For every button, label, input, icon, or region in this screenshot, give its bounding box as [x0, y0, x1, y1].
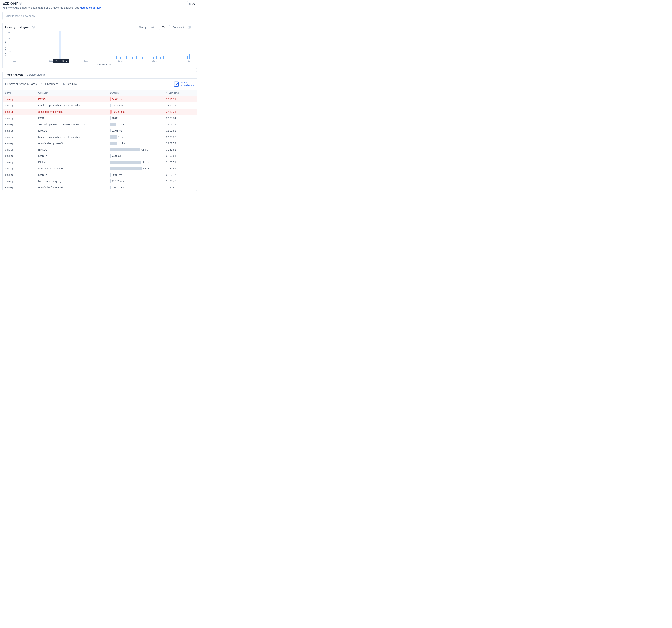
histogram-plot[interactable]	[12, 31, 195, 59]
histogram-bar[interactable]	[116, 56, 117, 58]
cell-duration: 5.17 s	[110, 167, 166, 170]
x-tick-label: 1ms	[84, 60, 88, 62]
page-subtitle: You're viewing 1-hour of span data. For …	[2, 6, 101, 9]
duration-text: 1.17 s	[117, 136, 125, 139]
duration-text: 1.04 s	[116, 123, 124, 126]
histogram-bar[interactable]	[163, 56, 164, 58]
cell-start-time: 02:10:31	[166, 98, 190, 101]
document-icon	[189, 3, 191, 5]
duration-text: 20.08 ms	[111, 173, 122, 176]
cell-service: ems-api	[5, 173, 38, 176]
col-service[interactable]: Service	[5, 92, 38, 94]
cell-duration: 260.67 ms	[110, 110, 166, 114]
table-row[interactable]: ems-apiDb lock5.14 s01:39:51	[3, 159, 197, 165]
show-correlations-link[interactable]: Show Correlations	[173, 81, 194, 88]
histogram-tooltip: 220µs - 239µs	[53, 59, 69, 63]
table-row[interactable]: ems-apiSecond operation of business tran…	[3, 121, 197, 128]
notebooks-link[interactable]: Notebooks	[80, 6, 93, 9]
col-start-time[interactable]: Start Time	[166, 92, 190, 94]
histogram-bar[interactable]	[137, 56, 137, 58]
cell-duration: 7.69 ms	[110, 154, 166, 158]
cell-service: ems-api	[5, 129, 38, 132]
checkbox-icon	[5, 83, 8, 86]
duration-text: 5.14 s	[141, 161, 149, 164]
page-title: Explorer i	[2, 1, 22, 6]
duration-text: 5.17 s	[142, 167, 150, 170]
cell-start-time: 01:20:46	[166, 186, 190, 189]
cell-service: ems-api	[5, 167, 38, 170]
cell-service: ems-api	[5, 117, 38, 120]
histogram-bar[interactable]	[126, 56, 127, 58]
table-row[interactable]: ems-apiEMSDb31.01 ms02:03:53	[3, 128, 197, 134]
table-row[interactable]: ems-apiEMSDb13.80 ms02:03:54	[3, 115, 197, 121]
cell-operation: /ems/add-employee/5	[38, 111, 110, 113]
cell-duration: 177.02 ms	[110, 104, 166, 107]
table-row[interactable]: ems-api/ems/payroll/remove/15.17 s01:39:…	[3, 165, 197, 172]
cell-operation: Second operation of business transaction	[38, 123, 110, 126]
cell-start-time: 02:10:31	[166, 104, 190, 107]
gift-icon: ⊞	[93, 7, 95, 9]
table-row[interactable]: ems-apiEMSDb4.88 s01:39:51	[3, 146, 197, 153]
tab-trace-analysis[interactable]: Trace Analysis	[5, 73, 23, 78]
table-row[interactable]: ems-apiNon optimized query116.91 ms01:20…	[3, 178, 197, 184]
table-row[interactable]: ems-api/ems/add-employee/51.17 s02:03:53	[3, 140, 197, 146]
cell-start-time: 02:10:31	[166, 111, 190, 113]
svg-rect-1	[6, 83, 7, 85]
histogram-bar[interactable]	[142, 57, 143, 58]
cell-start-time: 02:03:53	[166, 136, 190, 139]
duration-text: 177.02 ms	[111, 104, 124, 107]
cell-start-time: 01:39:51	[166, 154, 190, 158]
table-row[interactable]: ems-apiMultiple ops in a business transa…	[3, 102, 197, 109]
cell-operation: EMSDb	[38, 154, 110, 158]
show-all-label: Show all Spans in Traces	[9, 82, 37, 86]
cell-operation: EMSDb	[38, 173, 110, 176]
col-operation[interactable]: Operation	[38, 92, 110, 94]
histogram-bar[interactable]	[153, 57, 154, 58]
group-by-button[interactable]: Group by	[63, 82, 77, 86]
y-axis-ticks: 10K1K100101	[7, 31, 12, 59]
filter-spans-button[interactable]: Filter Spans	[41, 82, 58, 86]
cell-duration: 64.84 ms	[110, 97, 166, 101]
cell-duration: 116.91 ms	[110, 179, 166, 183]
info-icon[interactable]: i	[19, 2, 22, 4]
cell-operation: EMSDb	[38, 98, 110, 101]
cell-operation: Db lock	[38, 161, 110, 164]
col-duration[interactable]: Duration	[110, 92, 166, 94]
table-row[interactable]: ems-api/ems/billing/pay-raise/132.67 ms0…	[3, 184, 197, 191]
duration-bar	[110, 135, 117, 139]
actions-button[interactable]: Ac	[187, 1, 197, 6]
query-placeholder: Click to start a new query	[6, 14, 35, 17]
show-all-spans-toggle[interactable]: Show all Spans in Traces	[5, 82, 37, 86]
filter-icon	[41, 83, 44, 86]
histogram-bar[interactable]	[160, 57, 161, 58]
tab-service-diagram[interactable]: Service Diagram	[27, 73, 46, 78]
duration-text: 4.88 s	[140, 148, 148, 151]
histogram-bar[interactable]	[156, 56, 157, 58]
cell-operation: EMSDb	[38, 117, 110, 120]
compare-toggle[interactable]	[188, 26, 194, 29]
help-icon[interactable]: ?	[32, 26, 35, 29]
cell-operation: /ems/billing/pay-raise/	[38, 186, 110, 189]
table-row[interactable]: ems-api/ems/add-employee/5260.67 ms02:10…	[3, 109, 197, 115]
layers-icon	[63, 83, 66, 86]
histogram-bar[interactable]	[147, 56, 148, 58]
cell-duration: 5.14 s	[110, 161, 166, 164]
table-row[interactable]: ems-apiEMSDb7.69 ms01:39:51	[3, 153, 197, 159]
table-row[interactable]: ems-apiEMSDb64.84 ms02:10:31	[3, 96, 197, 102]
actions-button-label: Ac	[192, 2, 195, 5]
query-input[interactable]: Click to start a new query	[2, 11, 197, 20]
histogram-bar[interactable]	[132, 57, 133, 58]
histogram-bar[interactable]	[120, 57, 121, 58]
histogram-bar[interactable]	[187, 56, 188, 58]
table-row[interactable]: ems-apiMultiple ops in a business transa…	[3, 134, 197, 140]
highlight-band	[59, 31, 61, 58]
x-axis: Span Duration 1µs100µs1ms10ms100ms1s220µ…	[12, 59, 195, 66]
cell-service: ems-api	[5, 111, 38, 113]
percentile-select[interactable]: p95	[159, 25, 170, 30]
add-column-button[interactable]: +	[193, 92, 194, 94]
cell-start-time: 02:03:53	[166, 123, 190, 126]
histogram-bar[interactable]	[189, 54, 190, 58]
x-tick-label: 10ms	[118, 60, 123, 62]
table-row[interactable]: ems-apiEMSDb20.08 ms01:20:47	[3, 172, 197, 178]
duration-text: 1.17 s	[117, 142, 125, 145]
